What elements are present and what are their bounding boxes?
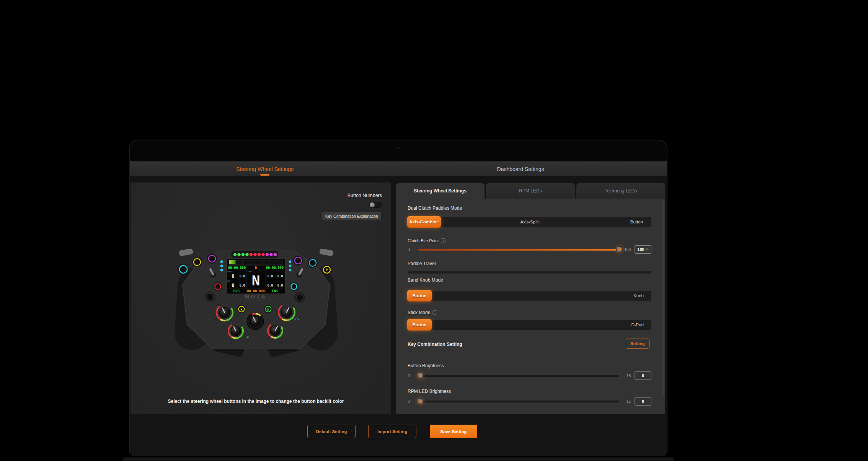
dual-clutch-paddles-mode-label: Dual Clutch Paddles Mode bbox=[408, 205, 462, 211]
svg-text:P: P bbox=[326, 269, 328, 272]
scrollbar[interactable] bbox=[662, 200, 664, 396]
dashboard-screen: 00:00.000 0 00:00.000 SPEED GEAR LAP 0 0… bbox=[227, 259, 285, 294]
band-knob-mode-label: Band Knob Mode bbox=[408, 277, 443, 283]
wheel-button-cyan-left[interactable] bbox=[178, 264, 189, 275]
webcam-dot-icon bbox=[397, 147, 400, 149]
settings-panel: Steering Wheel Settings RPM LEDs Telemet… bbox=[396, 183, 665, 414]
option-knob[interactable]: Knob bbox=[633, 291, 644, 301]
save-setting-button[interactable]: Save Setting bbox=[430, 425, 477, 438]
slider-max: 15 bbox=[622, 399, 631, 404]
button-numbers-toggle[interactable] bbox=[369, 202, 382, 208]
svg-text:0.0: 0.0 bbox=[268, 284, 273, 287]
svg-text:0: 0 bbox=[255, 266, 257, 270]
svg-text:0.0: 0.0 bbox=[277, 284, 283, 287]
settings-tabs: Steering Wheel Settings RPM LEDs Telemet… bbox=[396, 183, 665, 199]
info-icon[interactable]: i bbox=[432, 310, 437, 315]
slider-thumb[interactable] bbox=[417, 398, 424, 405]
tab-dashboard-settings[interactable]: Dashboard Settings bbox=[497, 162, 544, 176]
clutch-bite-point-label: Clutch Bite Point i bbox=[408, 238, 445, 243]
svg-text:TC: TC bbox=[245, 336, 249, 338]
app-window: Steering Wheel Settings Dashboard Settin… bbox=[129, 140, 667, 455]
slider-min: 0 bbox=[408, 374, 416, 378]
left-shifter-paddle bbox=[179, 249, 193, 256]
option-axis-combine[interactable]: Axis-Combine bbox=[407, 216, 441, 228]
svg-text:0.0: 0.0 bbox=[277, 275, 283, 278]
svg-text:0: 0 bbox=[232, 282, 235, 288]
slider-thumb[interactable] bbox=[616, 246, 623, 253]
clutch-bite-point-value-input[interactable]: 100 % bbox=[635, 245, 651, 254]
import-setting-button[interactable]: Import Setting bbox=[368, 425, 416, 438]
svg-text:0: 0 bbox=[232, 273, 235, 279]
settings-content: Dual Clutch Paddles Mode Axis-Combine Ax… bbox=[396, 199, 665, 414]
svg-text:00:00.000: 00:00.000 bbox=[247, 289, 264, 293]
button-brightness-slider[interactable] bbox=[418, 375, 619, 377]
info-icon[interactable]: i bbox=[441, 238, 445, 243]
clutch-bite-point-slider-row: 0 100 100 % bbox=[408, 245, 651, 254]
wheel-button-red-left[interactable] bbox=[214, 282, 222, 291]
wheel-button-r[interactable]: R bbox=[237, 305, 246, 313]
wheel-preview-panel: Button Numbers Key Combination Explanati… bbox=[131, 182, 391, 414]
slider-max: 100 bbox=[622, 248, 631, 252]
brand-sub: RACING bbox=[245, 300, 266, 302]
wheel-button-n[interactable]: N bbox=[264, 305, 272, 313]
right-thumbstick[interactable] bbox=[294, 292, 305, 303]
button-brightness-slider-row: 0 15 0 bbox=[408, 371, 651, 380]
svg-text:0.0: 0.0 bbox=[268, 275, 273, 278]
key-combination-explanation-button[interactable]: Key Combination Explanation bbox=[322, 212, 381, 220]
svg-text:DRS: DRS bbox=[233, 289, 240, 293]
option-button[interactable]: Button bbox=[630, 217, 643, 227]
slider-min: 0 bbox=[408, 399, 416, 404]
slider-max: 15 bbox=[622, 374, 631, 378]
tab-steering-wheel-settings[interactable]: Steering Wheel Settings bbox=[236, 162, 294, 176]
button-brightness-value-input[interactable]: 0 bbox=[635, 371, 651, 380]
button-brightness-label: Button Brightness bbox=[408, 363, 444, 368]
left-telemetry-leds bbox=[220, 261, 223, 272]
tab-steering-wheel-settings-inner[interactable]: Steering Wheel Settings bbox=[396, 183, 485, 199]
right-shifter-paddle bbox=[319, 249, 334, 256]
option-band-button[interactable]: Button bbox=[407, 290, 432, 301]
rpm-led-brightness-value-input[interactable]: 0 bbox=[635, 397, 651, 406]
svg-text:R: R bbox=[241, 308, 243, 311]
slider-thumb[interactable] bbox=[417, 373, 424, 379]
rpm-led-brightness-slider-row: 0 15 0 bbox=[408, 397, 651, 406]
right-telemetry-leds bbox=[289, 261, 292, 272]
stick-mode-segmented: Button D-Pad bbox=[408, 320, 651, 330]
rpm-leds bbox=[233, 253, 277, 256]
option-d-pad[interactable]: D-Pad bbox=[631, 320, 644, 330]
svg-text:0.0: 0.0 bbox=[240, 275, 245, 278]
band-knob-mode-segmented: Button Knob bbox=[408, 291, 651, 301]
svg-text:00:00.000: 00:00.000 bbox=[266, 266, 284, 270]
slider-min: 0 bbox=[408, 248, 416, 252]
wheel-button-cyan-right[interactable] bbox=[308, 258, 318, 268]
key-combination-setting-label: Key Combination Setting bbox=[408, 342, 462, 347]
wheel-button-purple-right[interactable] bbox=[293, 256, 303, 266]
wheel-hint-text: Select the steering wheel buttons in the… bbox=[126, 399, 386, 404]
stick-mode-label: Stick Mode i bbox=[408, 310, 437, 315]
tab-telemetry-leds[interactable]: Telemetry LEDs bbox=[576, 183, 665, 199]
svg-text:00:00.000: 00:00.000 bbox=[228, 266, 246, 270]
paddle-travel-bar[interactable] bbox=[408, 271, 651, 274]
steering-wheel-image[interactable]: 00:00.000 0 00:00.000 SPEED GEAR LAP 0 0… bbox=[173, 249, 339, 357]
svg-text:N: N bbox=[252, 273, 260, 288]
button-numbers-label: Button Numbers bbox=[348, 193, 382, 198]
wheel-button-p-right[interactable]: P bbox=[322, 265, 332, 275]
default-setting-button[interactable]: Default Setting bbox=[307, 425, 356, 438]
clutch-bite-point-slider[interactable] bbox=[418, 249, 619, 251]
option-axis-split[interactable]: Axis-Split bbox=[520, 217, 539, 227]
option-stick-button[interactable]: Button bbox=[407, 319, 432, 331]
svg-text:ERS: ERS bbox=[272, 289, 278, 293]
tab-label: Steering Wheel Settings bbox=[236, 166, 294, 172]
paddle-travel-label: Paddle Travel bbox=[408, 261, 436, 266]
active-tab-underline bbox=[260, 174, 269, 176]
svg-text:N: N bbox=[268, 308, 269, 311]
dual-clutch-mode-segmented: Axis-Combine Axis-Split Button bbox=[408, 217, 651, 227]
wheel-button-cyan-tp-right[interactable] bbox=[290, 282, 298, 291]
svg-text:0.0: 0.0 bbox=[240, 284, 245, 287]
laptop-deck bbox=[123, 458, 674, 461]
left-thumbstick[interactable] bbox=[205, 292, 215, 302]
key-combination-setting-button[interactable]: Setting bbox=[626, 339, 649, 349]
rpm-led-brightness-slider[interactable] bbox=[418, 401, 619, 402]
wheel-button-yellow-left[interactable] bbox=[192, 257, 202, 267]
wheel-button-magenta-left[interactable] bbox=[207, 254, 217, 264]
tab-rpm-leds[interactable]: RPM LEDs bbox=[486, 183, 575, 199]
